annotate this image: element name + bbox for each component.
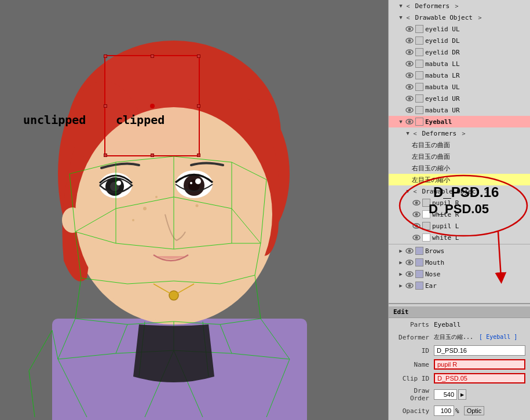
expand-arrow: ▶ xyxy=(398,248,404,254)
tree-item-white-r[interactable]: white R xyxy=(389,209,530,220)
color-swatch xyxy=(422,222,430,230)
tree-item-eyelid-dl[interactable]: eyelid DL xyxy=(389,35,530,46)
visibility-icon[interactable] xyxy=(412,222,421,230)
tree-item-mabuta-ul[interactable]: mabuta UL xyxy=(389,81,530,93)
tree-item-mouth[interactable]: ▶ Mouth xyxy=(389,257,530,268)
deformer-bracket[interactable]: [ Eyeball ] xyxy=(479,334,517,340)
tree-item-eyelid-ur[interactable]: eyelid UR xyxy=(389,93,530,104)
opacity-field[interactable] xyxy=(434,406,454,416)
opacity-label: Opacity xyxy=(393,407,434,415)
tree-panel[interactable]: ▼ ＜ Deformers ＞ ▼ ＜ Drawable Object ＞ ey… xyxy=(389,0,530,303)
svg-point-87 xyxy=(408,86,411,89)
svg-point-81 xyxy=(408,51,411,54)
visibility-icon[interactable] xyxy=(405,282,414,290)
visibility-icon[interactable] xyxy=(405,247,414,255)
label-unclipped: unclipped xyxy=(23,113,86,127)
visibility-icon[interactable] xyxy=(405,25,414,33)
expand-arrow: ▼ xyxy=(405,130,411,136)
svg-point-91 xyxy=(408,109,411,112)
draw-order-label: Draw Order xyxy=(393,387,434,402)
name-field[interactable] xyxy=(434,359,525,370)
tree-section-drawable-sub[interactable]: ▼ ＜ Drawable Object ＞ xyxy=(389,185,530,197)
handle-tr xyxy=(197,54,200,58)
tree-item-white-l[interactable]: white L xyxy=(389,232,530,243)
visibility-icon[interactable] xyxy=(405,106,414,114)
visibility-icon[interactable] xyxy=(405,83,414,91)
tree-item-brows[interactable]: ▶ Brows xyxy=(389,245,530,257)
tree-item-eyelid-dr[interactable]: eyelid DR xyxy=(389,46,530,58)
tree-item-mabuta-lr[interactable]: mabuta LR xyxy=(389,70,530,81)
svg-point-99 xyxy=(415,225,418,228)
tree-item-right-eye-shrink[interactable]: 右目玉の縮小 xyxy=(389,162,530,174)
color-swatch xyxy=(415,270,423,278)
svg-point-22 xyxy=(132,219,134,221)
tree-item-left-eye-curve[interactable]: 左目玉の曲面 xyxy=(389,151,530,162)
draw-order-field[interactable] xyxy=(434,389,457,400)
handle-br xyxy=(197,154,200,157)
edit-row-deformer: Deformer 左目玉の縮... [ Eyeball ] xyxy=(389,331,530,344)
handle-bl xyxy=(104,154,107,157)
id-field[interactable] xyxy=(434,345,525,356)
tree-item-mabuta-ur[interactable]: mabuta UR xyxy=(389,104,530,116)
canvas-content: unclipped clipped D_PSD.16 D_PSD.05 xyxy=(0,0,388,420)
tree-item-mabuta-ll[interactable]: mabuta LL xyxy=(389,58,530,70)
handle-bm xyxy=(151,154,154,157)
color-swatch xyxy=(422,199,430,207)
tree-item-pupil-l[interactable]: pupil L xyxy=(389,220,530,232)
expand-arrow: ▼ xyxy=(398,119,404,125)
label-clipped: clipped xyxy=(116,113,165,127)
visibility-icon[interactable] xyxy=(405,118,414,126)
visibility-icon[interactable] xyxy=(405,48,414,56)
visibility-icon[interactable] xyxy=(405,270,414,278)
expand-arrow: ▶ xyxy=(398,260,404,265)
visibility-icon[interactable] xyxy=(405,94,414,103)
svg-point-19 xyxy=(143,207,147,210)
expand-arrow: ▶ xyxy=(398,271,404,277)
svg-point-103 xyxy=(408,250,411,253)
edit-row-name: Name xyxy=(389,357,530,371)
svg-point-20 xyxy=(155,196,158,198)
tree-item-right-eye-curve[interactable]: 右目玉の曲面 xyxy=(389,139,530,151)
svg-point-17 xyxy=(195,178,201,184)
color-swatch xyxy=(415,25,423,33)
handle-mr xyxy=(197,104,200,108)
color-swatch xyxy=(415,106,423,114)
visibility-icon[interactable] xyxy=(405,60,414,68)
edit-header: Edit xyxy=(389,306,530,318)
name-label: Name xyxy=(393,361,434,368)
tree-section-deformers-sub[interactable]: ▼ ＜ Deformers ＞ xyxy=(389,127,530,139)
center-handle xyxy=(150,104,155,108)
optic-button[interactable]: Optic xyxy=(464,406,485,415)
handle-ml xyxy=(104,104,107,108)
deformer-value: 左目玉の縮... [ Eyeball ] xyxy=(434,333,525,341)
color-swatch xyxy=(422,233,430,242)
color-swatch xyxy=(415,60,423,68)
draw-order-arrow[interactable]: ▶ xyxy=(458,389,466,400)
edit-row-opacity: Opacity % Optic xyxy=(389,404,530,418)
tree-item-ear[interactable]: ▶ Ear xyxy=(389,280,530,291)
tree-separator xyxy=(389,244,530,244)
color-swatch xyxy=(415,247,423,255)
visibility-icon[interactable] xyxy=(412,210,421,218)
visibility-icon[interactable] xyxy=(405,36,414,45)
color-swatch xyxy=(415,48,423,56)
clip-id-field[interactable] xyxy=(434,373,525,384)
svg-point-79 xyxy=(408,39,411,42)
tree-item-left-eye-shrink[interactable]: 左目玉の縮小 xyxy=(389,174,530,185)
visibility-icon[interactable] xyxy=(412,199,421,207)
color-swatch xyxy=(422,210,430,218)
svg-point-109 xyxy=(408,284,411,287)
tree-item-eyeball[interactable]: ▼ Eyeball xyxy=(389,116,530,127)
edit-row-draw-order: Draw Order ▶ xyxy=(389,385,530,404)
tree-section-deformers[interactable]: ▼ ＜ Deformers ＞ xyxy=(389,0,530,12)
visibility-icon[interactable] xyxy=(405,258,414,266)
edit-row-id: ID xyxy=(389,344,530,357)
tree-section-drawable[interactable]: ▼ ＜ Drawable Object ＞ xyxy=(389,12,530,23)
visibility-icon[interactable] xyxy=(405,71,414,79)
tree-item-eyelid-ul[interactable]: eyelid UL xyxy=(389,23,530,35)
svg-point-77 xyxy=(408,28,411,31)
expand-arrow: ▼ xyxy=(405,188,411,194)
tree-item-pupil-r[interactable]: pupil R xyxy=(389,197,530,209)
tree-item-nose[interactable]: ▶ Nose xyxy=(389,268,530,280)
visibility-icon[interactable] xyxy=(412,233,421,242)
